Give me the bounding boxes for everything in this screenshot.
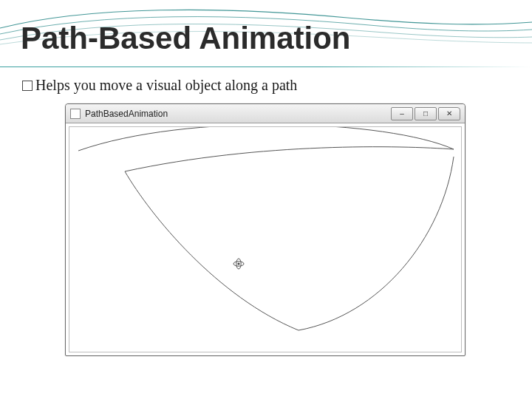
close-button[interactable]: ✕ xyxy=(438,107,460,120)
minimize-icon: – xyxy=(392,108,412,120)
bullet-text: Helps you move a visual object along a p… xyxy=(35,77,297,94)
maximize-icon: □ xyxy=(415,108,436,120)
svg-point-2 xyxy=(237,262,239,265)
slide: Path-Based Animation Helps you move a vi… xyxy=(0,0,532,399)
square-bullet-icon xyxy=(22,81,33,91)
animation-path xyxy=(69,127,461,349)
slide-title: Path-Based Animation xyxy=(21,21,351,56)
maximize-button[interactable]: □ xyxy=(415,107,437,120)
title-underline xyxy=(0,66,532,67)
window-title: PathBasedAnimation xyxy=(85,109,391,119)
window-titlebar[interactable]: PathBasedAnimation – □ ✕ xyxy=(66,104,465,123)
bullet-item: Helps you move a visual object along a p… xyxy=(22,77,297,94)
minimize-button[interactable]: – xyxy=(391,107,413,120)
window-client-area xyxy=(69,126,462,352)
window-system-icon xyxy=(70,109,81,119)
close-icon: ✕ xyxy=(439,108,460,120)
window-controls: – □ ✕ xyxy=(391,107,460,120)
app-window: PathBasedAnimation – □ ✕ xyxy=(65,103,466,356)
moving-object-marker xyxy=(232,257,245,270)
